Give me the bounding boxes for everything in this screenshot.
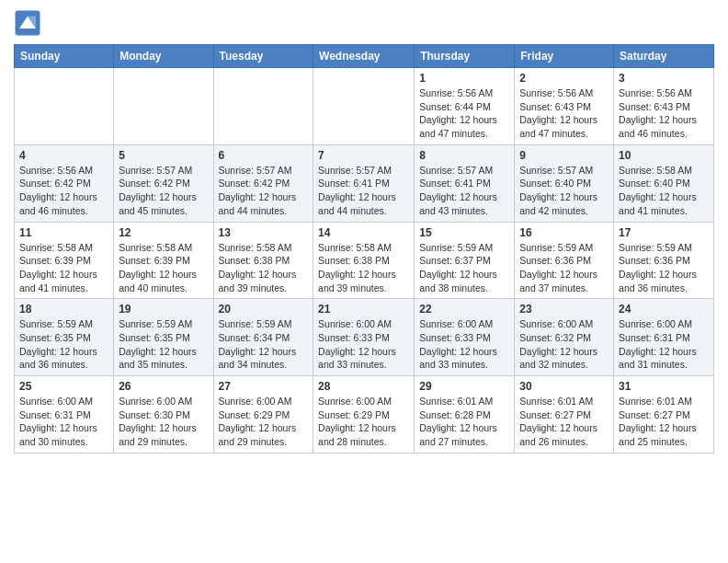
day-number: 16 bbox=[519, 226, 609, 239]
day-number: 27 bbox=[219, 380, 309, 393]
day-number: 2 bbox=[519, 72, 609, 85]
page-header bbox=[14, 9, 714, 37]
calendar-cell: 20Sunrise: 5:59 AM Sunset: 6:34 PM Dayli… bbox=[213, 299, 313, 376]
calendar-cell: 12Sunrise: 5:58 AM Sunset: 6:39 PM Dayli… bbox=[114, 222, 213, 299]
day-info: Sunrise: 5:59 AM Sunset: 6:37 PM Dayligh… bbox=[419, 241, 509, 295]
calendar-week-1: 1Sunrise: 5:56 AM Sunset: 6:44 PM Daylig… bbox=[15, 68, 714, 145]
calendar-table: SundayMondayTuesdayWednesdayThursdayFrid… bbox=[14, 44, 714, 454]
day-info: Sunrise: 5:58 AM Sunset: 6:38 PM Dayligh… bbox=[219, 241, 309, 295]
logo-icon bbox=[14, 9, 41, 37]
day-header-friday: Friday bbox=[515, 45, 614, 68]
day-info: Sunrise: 6:00 AM Sunset: 6:33 PM Dayligh… bbox=[318, 317, 409, 372]
day-info: Sunrise: 5:56 AM Sunset: 6:43 PM Dayligh… bbox=[619, 86, 709, 141]
day-number: 23 bbox=[519, 303, 609, 316]
day-info: Sunrise: 5:58 AM Sunset: 6:39 PM Dayligh… bbox=[19, 241, 108, 295]
day-number: 9 bbox=[519, 149, 609, 162]
calendar-week-4: 18Sunrise: 5:59 AM Sunset: 6:35 PM Dayli… bbox=[15, 299, 714, 376]
day-header-saturday: Saturday bbox=[614, 45, 714, 68]
day-number: 28 bbox=[318, 380, 409, 393]
day-number: 29 bbox=[419, 380, 509, 393]
calendar-cell: 1Sunrise: 5:56 AM Sunset: 6:44 PM Daylig… bbox=[415, 68, 515, 145]
day-number: 17 bbox=[619, 226, 709, 239]
day-number: 30 bbox=[519, 380, 609, 393]
days-of-week-row: SundayMondayTuesdayWednesdayThursdayFrid… bbox=[15, 45, 714, 68]
day-info: Sunrise: 5:56 AM Sunset: 6:43 PM Dayligh… bbox=[519, 86, 609, 141]
day-number: 8 bbox=[419, 149, 509, 162]
day-number: 4 bbox=[19, 149, 108, 162]
day-info: Sunrise: 5:57 AM Sunset: 6:42 PM Dayligh… bbox=[119, 164, 208, 218]
day-info: Sunrise: 6:00 AM Sunset: 6:32 PM Dayligh… bbox=[519, 317, 609, 372]
calendar-cell: 9Sunrise: 5:57 AM Sunset: 6:40 PM Daylig… bbox=[515, 144, 614, 222]
day-number: 6 bbox=[219, 149, 309, 162]
calendar-cell bbox=[114, 68, 213, 145]
calendar-cell: 10Sunrise: 5:58 AM Sunset: 6:40 PM Dayli… bbox=[614, 144, 714, 222]
calendar-header: SundayMondayTuesdayWednesdayThursdayFrid… bbox=[15, 45, 714, 68]
day-header-tuesday: Tuesday bbox=[213, 45, 313, 68]
day-header-thursday: Thursday bbox=[415, 45, 515, 68]
day-info: Sunrise: 5:59 AM Sunset: 6:36 PM Dayligh… bbox=[519, 241, 609, 295]
day-number: 31 bbox=[619, 380, 709, 393]
day-number: 1 bbox=[419, 72, 509, 85]
day-header-wednesday: Wednesday bbox=[313, 45, 415, 68]
day-info: Sunrise: 6:00 AM Sunset: 6:31 PM Dayligh… bbox=[619, 317, 709, 372]
day-info: Sunrise: 5:58 AM Sunset: 6:39 PM Dayligh… bbox=[119, 241, 208, 295]
calendar-cell: 16Sunrise: 5:59 AM Sunset: 6:36 PM Dayli… bbox=[515, 222, 614, 299]
day-number: 3 bbox=[619, 72, 709, 85]
calendar-cell: 31Sunrise: 6:01 AM Sunset: 6:27 PM Dayli… bbox=[614, 376, 714, 454]
calendar-cell: 18Sunrise: 5:59 AM Sunset: 6:35 PM Dayli… bbox=[15, 299, 114, 376]
calendar-cell: 2Sunrise: 5:56 AM Sunset: 6:43 PM Daylig… bbox=[515, 68, 614, 145]
calendar-cell: 28Sunrise: 6:00 AM Sunset: 6:29 PM Dayli… bbox=[313, 376, 415, 454]
day-info: Sunrise: 6:00 AM Sunset: 6:29 PM Dayligh… bbox=[219, 395, 309, 449]
calendar-cell: 3Sunrise: 5:56 AM Sunset: 6:43 PM Daylig… bbox=[614, 68, 714, 145]
day-number: 24 bbox=[619, 303, 709, 316]
calendar-cell: 4Sunrise: 5:56 AM Sunset: 6:42 PM Daylig… bbox=[15, 144, 114, 222]
day-info: Sunrise: 5:58 AM Sunset: 6:40 PM Dayligh… bbox=[619, 164, 709, 218]
day-number: 12 bbox=[119, 226, 208, 239]
calendar-cell bbox=[313, 68, 415, 145]
calendar-cell: 30Sunrise: 6:01 AM Sunset: 6:27 PM Dayli… bbox=[515, 376, 614, 454]
calendar-cell bbox=[213, 68, 313, 145]
calendar-cell: 26Sunrise: 6:00 AM Sunset: 6:30 PM Dayli… bbox=[114, 376, 213, 454]
day-info: Sunrise: 6:00 AM Sunset: 6:29 PM Dayligh… bbox=[318, 395, 409, 449]
day-info: Sunrise: 6:00 AM Sunset: 6:31 PM Dayligh… bbox=[19, 395, 108, 449]
day-info: Sunrise: 6:01 AM Sunset: 6:27 PM Dayligh… bbox=[619, 395, 709, 449]
day-info: Sunrise: 5:58 AM Sunset: 6:38 PM Dayligh… bbox=[318, 241, 409, 295]
day-info: Sunrise: 5:56 AM Sunset: 6:44 PM Dayligh… bbox=[419, 86, 509, 141]
day-info: Sunrise: 5:56 AM Sunset: 6:42 PM Dayligh… bbox=[19, 164, 108, 218]
calendar-cell: 17Sunrise: 5:59 AM Sunset: 6:36 PM Dayli… bbox=[614, 222, 714, 299]
day-number: 21 bbox=[318, 303, 409, 316]
day-number: 25 bbox=[19, 380, 108, 393]
day-info: Sunrise: 6:01 AM Sunset: 6:28 PM Dayligh… bbox=[419, 395, 509, 449]
day-info: Sunrise: 5:59 AM Sunset: 6:35 PM Dayligh… bbox=[119, 317, 208, 372]
day-number: 22 bbox=[419, 303, 509, 316]
day-info: Sunrise: 6:00 AM Sunset: 6:33 PM Dayligh… bbox=[419, 317, 509, 372]
day-number: 19 bbox=[119, 303, 208, 316]
logo bbox=[14, 9, 45, 37]
calendar-cell: 11Sunrise: 5:58 AM Sunset: 6:39 PM Dayli… bbox=[15, 222, 114, 299]
day-number: 26 bbox=[119, 380, 208, 393]
calendar-cell: 21Sunrise: 6:00 AM Sunset: 6:33 PM Dayli… bbox=[313, 299, 415, 376]
calendar-cell: 15Sunrise: 5:59 AM Sunset: 6:37 PM Dayli… bbox=[415, 222, 515, 299]
calendar-cell: 7Sunrise: 5:57 AM Sunset: 6:41 PM Daylig… bbox=[313, 144, 415, 222]
calendar-week-5: 25Sunrise: 6:00 AM Sunset: 6:31 PM Dayli… bbox=[15, 376, 714, 454]
day-info: Sunrise: 6:01 AM Sunset: 6:27 PM Dayligh… bbox=[519, 395, 609, 449]
day-header-sunday: Sunday bbox=[15, 45, 114, 68]
day-number: 15 bbox=[419, 226, 509, 239]
calendar-week-3: 11Sunrise: 5:58 AM Sunset: 6:39 PM Dayli… bbox=[15, 222, 714, 299]
day-number: 14 bbox=[318, 226, 409, 239]
day-info: Sunrise: 5:57 AM Sunset: 6:42 PM Dayligh… bbox=[219, 164, 309, 218]
calendar-body: 1Sunrise: 5:56 AM Sunset: 6:44 PM Daylig… bbox=[15, 68, 714, 454]
calendar-cell: 6Sunrise: 5:57 AM Sunset: 6:42 PM Daylig… bbox=[213, 144, 313, 222]
day-info: Sunrise: 5:57 AM Sunset: 6:40 PM Dayligh… bbox=[519, 164, 609, 218]
day-info: Sunrise: 5:57 AM Sunset: 6:41 PM Dayligh… bbox=[419, 164, 509, 218]
day-number: 10 bbox=[619, 149, 709, 162]
calendar-cell: 29Sunrise: 6:01 AM Sunset: 6:28 PM Dayli… bbox=[415, 376, 515, 454]
calendar-cell: 23Sunrise: 6:00 AM Sunset: 6:32 PM Dayli… bbox=[515, 299, 614, 376]
day-number: 13 bbox=[219, 226, 309, 239]
day-info: Sunrise: 6:00 AM Sunset: 6:30 PM Dayligh… bbox=[119, 395, 208, 449]
calendar-cell: 14Sunrise: 5:58 AM Sunset: 6:38 PM Dayli… bbox=[313, 222, 415, 299]
calendar-cell: 22Sunrise: 6:00 AM Sunset: 6:33 PM Dayli… bbox=[415, 299, 515, 376]
day-number: 11 bbox=[19, 226, 108, 239]
calendar-cell: 13Sunrise: 5:58 AM Sunset: 6:38 PM Dayli… bbox=[213, 222, 313, 299]
calendar-week-2: 4Sunrise: 5:56 AM Sunset: 6:42 PM Daylig… bbox=[15, 144, 714, 222]
